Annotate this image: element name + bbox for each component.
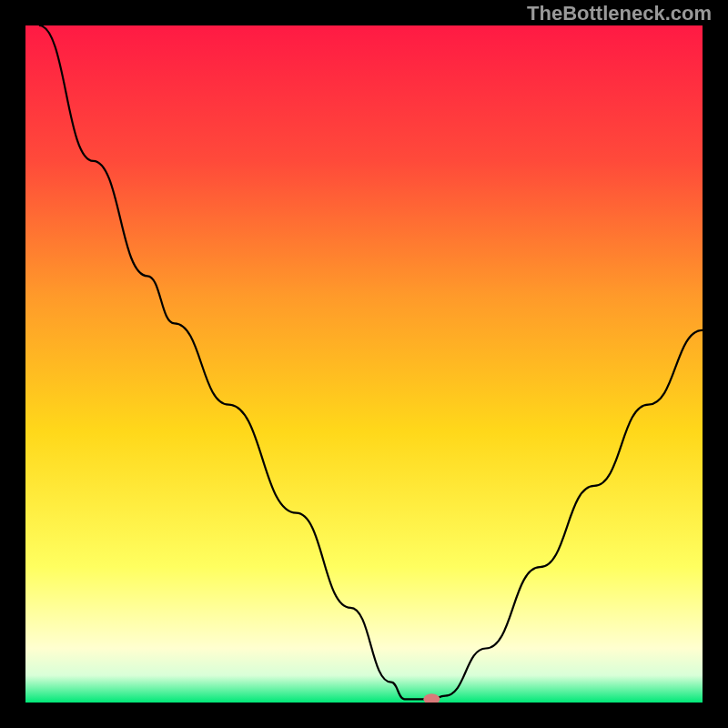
watermark-text: TheBottleneck.com	[527, 2, 712, 25]
chart-background	[25, 25, 703, 703]
chart-container: TheBottleneck.com	[0, 0, 728, 728]
chart-svg	[25, 25, 703, 703]
plot-area	[25, 25, 703, 703]
